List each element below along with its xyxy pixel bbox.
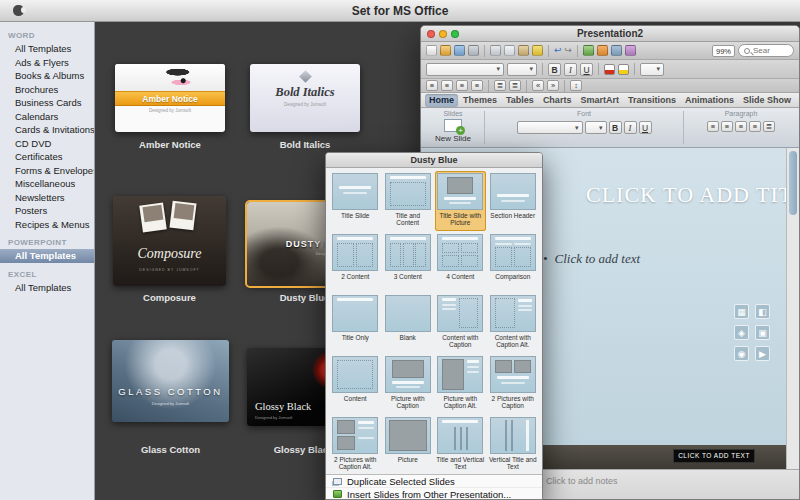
- underline-button[interactable]: U: [580, 63, 593, 76]
- tab-slide-show[interactable]: Slide Show: [739, 94, 795, 107]
- powerpoint-titlebar[interactable]: Presentation2: [421, 26, 799, 42]
- sidebar-item-posters[interactable]: Posters: [0, 204, 94, 218]
- line-spacing-button[interactable]: ↕: [570, 80, 582, 91]
- sidebar-item-recipes-menus[interactable]: Recipes & Menus: [0, 218, 94, 232]
- close-button[interactable]: [427, 30, 435, 38]
- justify-button[interactable]: ≡: [471, 80, 483, 91]
- layout-option-picture-with-caption[interactable]: Picture with Caption: [383, 354, 434, 414]
- new-presentation-icon[interactable]: [426, 45, 437, 56]
- layout-option-comparison[interactable]: Comparison: [488, 232, 539, 292]
- ribbon-align-left-button[interactable]: ≡: [707, 121, 719, 132]
- tab-animations[interactable]: Animations: [681, 94, 738, 107]
- vertical-scrollbar[interactable]: [786, 148, 799, 469]
- layout-option-3-content[interactable]: 3 Content: [383, 232, 434, 292]
- slide-body-placeholder[interactable]: • Click to add text: [543, 251, 640, 267]
- template-card-composure[interactable]: Composure DESIGNED BY JUMSOFT: [113, 196, 226, 286]
- template-card-bold-italics[interactable]: Bold Italics Designed by Jumsoft: [250, 64, 360, 132]
- tab-home[interactable]: Home: [425, 94, 458, 107]
- template-card-amber-notice[interactable]: Amber Notice Designed by Jumsoft: [115, 64, 225, 132]
- numbered-list-button[interactable]: ≣: [509, 80, 521, 91]
- tab-smartart[interactable]: SmartArt: [576, 94, 623, 107]
- popup-title[interactable]: Dusty Blue: [326, 153, 542, 168]
- minimize-button[interactable]: [439, 30, 447, 38]
- sidebar-item-calendars[interactable]: Calendars: [0, 110, 94, 124]
- open-icon[interactable]: [440, 45, 451, 56]
- layout-option-content-with-caption[interactable]: Content with Caption: [435, 293, 486, 353]
- layout-option-title-slide[interactable]: Title Slide: [330, 171, 381, 231]
- ribbon-align-center-button[interactable]: ≡: [721, 121, 733, 132]
- align-center-button[interactable]: ≡: [441, 80, 453, 91]
- print-icon[interactable]: [468, 45, 479, 56]
- tab-transitions[interactable]: Transitions: [624, 94, 680, 107]
- sidebar-item-newsletters[interactable]: Newsletters: [0, 191, 94, 205]
- layout-option-2-pictures-with-caption[interactable]: 2 Pictures with Caption: [488, 354, 539, 414]
- font-color-well[interactable]: [604, 64, 615, 75]
- sidebar-item-ads-flyers[interactable]: Ads & Flyers: [0, 56, 94, 70]
- zoom-control[interactable]: 99%: [712, 45, 735, 57]
- decrease-indent-button[interactable]: «: [532, 80, 544, 91]
- italic-button[interactable]: I: [564, 63, 577, 76]
- sidebar-item-certificates[interactable]: Certificates: [0, 150, 94, 164]
- sidebar-item-business-cards[interactable]: Business Cards: [0, 96, 94, 110]
- cut-icon[interactable]: [490, 45, 501, 56]
- layout-option-content[interactable]: Content: [330, 354, 381, 414]
- font-size-dropdown[interactable]: ▾: [507, 63, 537, 76]
- ribbon-bold-button[interactable]: B: [609, 121, 622, 134]
- undo-icon[interactable]: ↩: [554, 45, 562, 56]
- bold-button[interactable]: B: [548, 63, 561, 76]
- new-slide-button[interactable]: New Slide: [425, 119, 481, 143]
- ribbon-italic-button[interactable]: I: [624, 121, 637, 134]
- align-left-button[interactable]: ≡: [426, 80, 438, 91]
- slide-text-placeholder[interactable]: CLICK TO ADD TEXT: [673, 449, 755, 463]
- layout-option-blank[interactable]: Blank: [383, 293, 434, 353]
- layout-option-title-only[interactable]: Title Only: [330, 293, 381, 353]
- highlight-color-well[interactable]: [618, 64, 629, 75]
- sidebar-item-miscellaneous[interactable]: Miscellaneous: [0, 177, 94, 191]
- ribbon-list-button[interactable]: ≣: [763, 121, 775, 132]
- copy-icon[interactable]: [504, 45, 515, 56]
- tab-themes[interactable]: Themes: [459, 94, 501, 107]
- insert-picture-placeholder-icon[interactable]: ▣: [755, 325, 770, 340]
- layout-option-picture-with-caption-alt[interactable]: Picture with Caption Alt.: [435, 354, 486, 414]
- zoom-window-button[interactable]: [451, 30, 459, 38]
- search-field[interactable]: Sear: [738, 44, 794, 57]
- sidebar-item-forms-envelopes[interactable]: Forms & Envelopes: [0, 164, 94, 178]
- menu-item-duplicate-selected-slides[interactable]: Duplicate Selected Slides: [326, 475, 542, 488]
- paste-icon[interactable]: [518, 45, 529, 56]
- insert-clipart-placeholder-icon[interactable]: ◉: [734, 346, 749, 361]
- sidebar-item-brochures[interactable]: Brochures: [0, 83, 94, 97]
- increase-indent-button[interactable]: »: [547, 80, 559, 91]
- ribbon-align-right-button[interactable]: ≡: [735, 121, 747, 132]
- layout-option-2-pictures-with-caption-alt[interactable]: 2 Pictures with Caption Alt.: [330, 415, 381, 475]
- sidebar-item-word-all-templates[interactable]: All Templates: [0, 42, 94, 56]
- menu-item-insert-slides-from-other-presentation[interactable]: Insert Slides from Other Presentation...: [326, 488, 542, 500]
- insert-media-placeholder-icon[interactable]: ▶: [755, 346, 770, 361]
- insert-table-icon[interactable]: [611, 45, 622, 56]
- layout-option-content-with-caption-alt[interactable]: Content with Caption Alt.: [488, 293, 539, 353]
- tab-charts[interactable]: Charts: [539, 94, 576, 107]
- layout-option-section-header[interactable]: Section Header: [488, 171, 539, 231]
- insert-chart-placeholder-icon[interactable]: ◧: [755, 304, 770, 319]
- sidebar-item-cards-invitations[interactable]: Cards & Invitations: [0, 123, 94, 137]
- layout-option-picture[interactable]: Picture: [383, 415, 434, 475]
- bulleted-list-button[interactable]: ≣: [494, 80, 506, 91]
- save-icon[interactable]: [454, 45, 465, 56]
- style-dropdown[interactable]: ▾: [640, 63, 664, 76]
- ribbon-font-family-dropdown[interactable]: ▾: [517, 121, 583, 134]
- sidebar-item-powerpoint-all-templates[interactable]: All Templates: [0, 249, 94, 263]
- slide-title-placeholder[interactable]: CLICK TO ADD TITLE: [586, 182, 786, 208]
- template-card-glass-cotton[interactable]: GLASS COTTON Designed by Jumsoft: [112, 340, 229, 422]
- sidebar-item-books-albums[interactable]: Books & Albums: [0, 69, 94, 83]
- sidebar-item-excel-all-templates[interactable]: All Templates: [0, 281, 94, 295]
- redo-icon[interactable]: ↪: [565, 45, 573, 56]
- layout-option-title-and-content[interactable]: Title and Content: [383, 171, 434, 231]
- insert-picture-icon[interactable]: [583, 45, 594, 56]
- align-right-button[interactable]: ≡: [456, 80, 468, 91]
- ribbon-justify-button[interactable]: ≡: [749, 121, 761, 132]
- insert-table-placeholder-icon[interactable]: ▦: [734, 304, 749, 319]
- ribbon-underline-button[interactable]: U: [639, 121, 652, 134]
- layout-option-title-and-vertical-text[interactable]: Title and Vertical Text: [435, 415, 486, 475]
- ribbon-font-size-dropdown[interactable]: ▾: [585, 121, 607, 134]
- insert-smartart-placeholder-icon[interactable]: ◈: [734, 325, 749, 340]
- insert-chart-icon[interactable]: [597, 45, 608, 56]
